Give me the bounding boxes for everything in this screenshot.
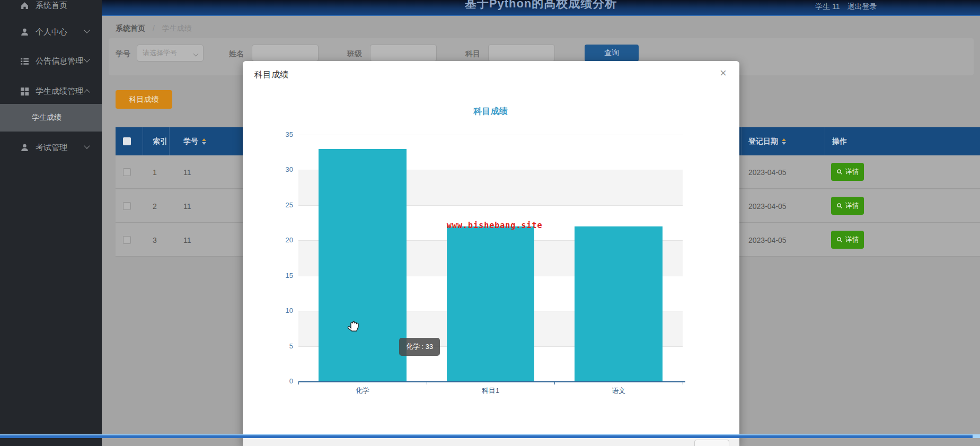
detail-button[interactable]: 详情 (831, 231, 864, 249)
cell-student-no: 11 (183, 155, 191, 189)
student-no-placeholder: 请选择学号 (143, 48, 177, 58)
subject-label: 科目 (465, 49, 480, 59)
name-input[interactable] (252, 45, 319, 62)
x-tick-label: 科目1 (459, 386, 523, 396)
sidebar-item-profile[interactable]: 个人中心 (0, 21, 102, 42)
modal-footer-button[interactable] (694, 440, 729, 446)
chevron-down-icon (84, 27, 90, 33)
row-checkbox[interactable] (123, 202, 131, 210)
current-user-label: 学生 11 (815, 2, 840, 11)
sort-icon[interactable] (202, 138, 206, 145)
col-reg-date[interactable]: 登记日期 (741, 127, 825, 155)
x-tick-label: 化学 (331, 386, 394, 396)
x-tick-label: 语文 (587, 386, 650, 396)
sidebar-item-label: 考试管理 (36, 143, 67, 153)
class-label: 班级 (347, 49, 362, 59)
gridline (298, 135, 683, 135)
student-no-label: 学号 (116, 49, 130, 59)
row-checkbox[interactable] (123, 168, 131, 176)
breadcrumb-root[interactable]: 系统首页 (116, 24, 145, 32)
cell-student-no: 11 (183, 189, 191, 223)
detail-button[interactable]: 详情 (831, 163, 864, 181)
user-area: 学生 11退出登录 (815, 2, 889, 12)
magnifier-icon (836, 203, 843, 209)
sidebar-item-label: 学生成绩管理 (36, 86, 83, 97)
sidebar: 系统首页 个人中心 公告信息管理 学生成绩管理 学生成绩 考试管理 (0, 0, 102, 446)
y-tick-label: 5 (267, 342, 293, 350)
sidebar-item-student-scores-active[interactable]: 学生成绩 (0, 104, 102, 132)
select-all-cell (116, 127, 143, 155)
cell-reg-date: 2023-04-05 (748, 155, 787, 189)
chart-tooltip: 化学 : 33 (399, 338, 440, 356)
chevron-up-icon (84, 89, 90, 95)
sidebar-item-label: 系统首页 (36, 1, 67, 11)
cell-reg-date: 2023-04-05 (748, 223, 787, 257)
sort-icon[interactable] (782, 138, 786, 145)
subject-input[interactable] (488, 45, 555, 62)
app-window: 基于Python的高校成绩分析 学生 11退出登录 系统首页 个人中心 公告信息… (0, 0, 980, 446)
bar[interactable] (575, 226, 663, 381)
sidebar-item-label: 个人中心 (36, 27, 67, 37)
search-button[interactable]: 查询 (585, 45, 639, 62)
col-index: 索引 (143, 127, 170, 155)
grid-icon (20, 87, 29, 96)
breadcrumb-current: 学生成绩 (162, 24, 192, 32)
row-checkbox[interactable] (123, 236, 131, 244)
name-label: 姓名 (229, 49, 244, 59)
y-tick-label: 0 (267, 377, 293, 385)
sidebar-item-home[interactable]: 系统首页 (0, 0, 102, 16)
y-tick-label: 15 (267, 272, 293, 279)
watermark-text: www.bishebang.site (447, 221, 543, 230)
sidebar-item-exam-management[interactable]: 考试管理 (0, 137, 102, 158)
subject-score-button[interactable]: 科目成绩 (116, 90, 172, 109)
list-icon (20, 57, 29, 66)
y-tick-label: 35 (267, 130, 293, 138)
cell-student-no: 11 (183, 223, 191, 257)
modal-footer (243, 438, 739, 446)
sidebar-subitem-label: 学生成绩 (32, 113, 61, 123)
sidebar-item-announcements[interactable]: 公告信息管理 (0, 50, 102, 72)
mouse-cursor (346, 317, 361, 333)
col-action: 操作 (825, 127, 980, 155)
class-input[interactable] (370, 45, 437, 62)
detail-button[interactable]: 详情 (831, 197, 864, 215)
magnifier-icon (836, 237, 843, 243)
chevron-down-icon (84, 143, 90, 148)
y-tick-label: 25 (267, 201, 293, 209)
magnifier-icon (836, 169, 843, 175)
chevron-down-icon (84, 56, 90, 62)
breadcrumb-separator: / (153, 24, 155, 32)
bar-chart: 05101520253035化学科目1语文科目成绩 (243, 61, 739, 446)
cell-index: 1 (153, 155, 157, 189)
video-progress-head[interactable] (973, 434, 980, 438)
sidebar-item-score-management[interactable]: 学生成绩管理 (0, 81, 102, 102)
sidebar-item-label: 公告信息管理 (36, 56, 83, 66)
y-tick-label: 30 (267, 165, 293, 173)
bar[interactable] (319, 149, 407, 381)
student-no-select[interactable]: 请选择学号 (137, 45, 204, 62)
video-progress-bar[interactable] (0, 434, 980, 438)
logout-link[interactable]: 退出登录 (847, 2, 877, 11)
cell-reg-date: 2023-04-05 (748, 189, 787, 223)
cell-index: 3 (153, 223, 157, 257)
chevron-down-icon (193, 51, 199, 57)
y-tick-label: 20 (267, 236, 293, 244)
chart-title: 科目成绩 (298, 106, 683, 117)
breadcrumb: 系统首页 / 学生成绩 (116, 24, 192, 33)
subject-score-modal: 科目成绩 × 05101520253035化学科目1语文科目成绩 www.bis… (243, 61, 739, 446)
y-tick-label: 10 (267, 307, 293, 314)
select-all-checkbox[interactable] (123, 137, 131, 145)
home-icon (20, 1, 29, 10)
exam-icon (20, 143, 29, 152)
x-axis-line (298, 381, 685, 382)
cell-index: 2 (153, 189, 157, 223)
user-icon (20, 28, 29, 37)
bar[interactable] (447, 226, 535, 381)
